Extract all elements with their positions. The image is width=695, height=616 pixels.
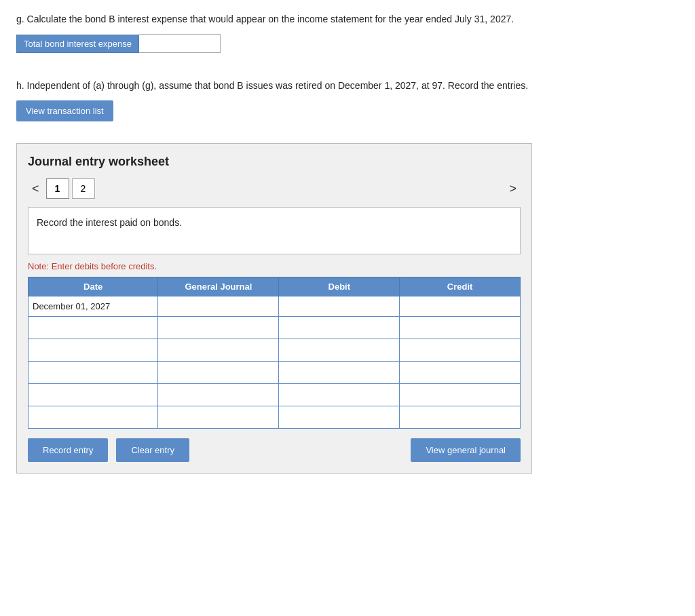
tab-navigation: < 1 2 > <box>28 178 521 199</box>
date-input[interactable] <box>33 318 153 337</box>
credit-input[interactable] <box>400 408 520 427</box>
debit-cell <box>279 362 400 384</box>
debit-input[interactable] <box>279 408 399 427</box>
journal-input[interactable] <box>158 341 278 360</box>
table-row <box>29 362 521 384</box>
credit-input[interactable] <box>400 341 520 360</box>
journal-input[interactable] <box>158 318 278 337</box>
journal-cell <box>158 317 279 339</box>
question-h-text: h. Independent of (a) through (g), assum… <box>16 80 679 91</box>
col-debit: Debit <box>279 277 400 296</box>
tab-2-button[interactable]: 2 <box>72 178 95 199</box>
credit-cell <box>400 339 521 362</box>
record-entry-button[interactable]: Record entry <box>28 438 108 462</box>
credit-input[interactable] <box>400 363 520 382</box>
note-text: Note: Enter debits before credits. <box>28 261 521 271</box>
table-row <box>29 317 521 339</box>
date-cell <box>29 317 158 339</box>
debit-cell <box>279 339 400 362</box>
view-general-journal-button[interactable]: View general journal <box>411 438 521 462</box>
date-input[interactable] <box>33 408 153 427</box>
worksheet-title: Journal entry worksheet <box>28 155 521 169</box>
tab-1-button[interactable]: 1 <box>46 178 69 199</box>
col-general-journal: General Journal <box>158 277 279 296</box>
nav-prev-button[interactable]: < <box>28 180 43 197</box>
credit-cell <box>400 384 521 406</box>
date-cell <box>29 384 158 406</box>
credit-input[interactable] <box>400 385 520 404</box>
date-cell <box>29 362 158 384</box>
col-credit: Credit <box>400 277 521 296</box>
question-g-text: g. Calculate the bond B interest expense… <box>16 14 679 24</box>
view-transaction-button[interactable]: View transaction list <box>16 100 113 121</box>
question-h: h. Independent of (a) through (g), assum… <box>16 80 679 132</box>
credit-input[interactable] <box>400 318 520 337</box>
debit-cell <box>279 384 400 406</box>
total-bond-interest-label: Total bond interest expense <box>16 35 139 53</box>
table-row <box>29 339 521 362</box>
credit-cell <box>400 406 521 429</box>
credit-cell <box>400 362 521 384</box>
journal-table: Date General Journal Debit Credit Decemb… <box>28 277 521 429</box>
journal-input[interactable] <box>158 408 278 427</box>
date-input[interactable] <box>33 385 153 404</box>
credit-cell <box>400 317 521 339</box>
debit-input[interactable] <box>279 385 399 404</box>
debit-input[interactable] <box>279 318 399 337</box>
date-cell <box>29 339 158 362</box>
credit-input[interactable] <box>400 297 520 316</box>
total-bond-interest-input[interactable] <box>139 34 221 53</box>
journal-cell <box>158 339 279 362</box>
journal-input[interactable] <box>158 363 278 382</box>
journal-cell <box>158 406 279 429</box>
journal-cell <box>158 362 279 384</box>
date-cell: December 01, 2027 <box>29 296 158 317</box>
journal-cell <box>158 296 279 317</box>
date-cell <box>29 406 158 429</box>
debit-input[interactable] <box>279 341 399 360</box>
journal-input[interactable] <box>158 385 278 404</box>
action-buttons: Record entry Clear entry View general jo… <box>28 438 521 462</box>
debit-input[interactable] <box>279 297 399 316</box>
entry-description-text: Record the interest paid on bonds. <box>37 217 182 228</box>
table-row <box>29 406 521 429</box>
journal-cell <box>158 384 279 406</box>
total-bond-interest-row: Total bond interest expense <box>16 34 679 53</box>
clear-entry-button[interactable]: Clear entry <box>116 438 189 462</box>
table-row: December 01, 2027 <box>29 296 521 317</box>
debit-cell <box>279 296 400 317</box>
table-row <box>29 384 521 406</box>
nav-next-button[interactable]: > <box>505 180 521 197</box>
credit-cell <box>400 296 521 317</box>
debit-cell <box>279 406 400 429</box>
journal-entry-worksheet: Journal entry worksheet < 1 2 > Record t… <box>16 143 532 474</box>
question-g: g. Calculate the bond B interest expense… <box>16 14 679 53</box>
date-input[interactable] <box>33 341 153 360</box>
debit-cell <box>279 317 400 339</box>
journal-input[interactable] <box>158 297 278 316</box>
date-input[interactable] <box>33 363 153 382</box>
entry-description-box: Record the interest paid on bonds. <box>28 207 521 254</box>
debit-input[interactable] <box>279 363 399 382</box>
col-date: Date <box>29 277 158 296</box>
